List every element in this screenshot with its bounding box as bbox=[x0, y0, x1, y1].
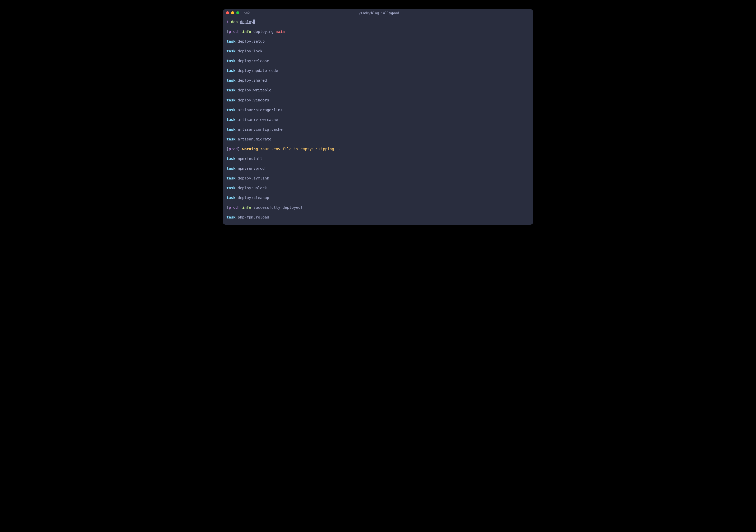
output-line: task deploy:cleanup bbox=[227, 196, 529, 200]
output-line: task artisan:view:cache bbox=[227, 117, 529, 122]
output-line: task artisan:storage:link bbox=[227, 108, 529, 113]
output-line: task deploy:shared bbox=[227, 78, 529, 83]
message-text: Your .env file is empty! Skipping... bbox=[260, 147, 341, 151]
task-name: deploy:setup bbox=[238, 39, 265, 43]
task-name: deploy:release bbox=[238, 59, 269, 63]
host-label: prod bbox=[229, 205, 238, 209]
output-line: task deploy:writable bbox=[227, 88, 529, 93]
output-line: task deploy:update_code bbox=[227, 68, 529, 73]
close-icon[interactable] bbox=[226, 11, 229, 14]
command-arg: deploy bbox=[240, 20, 253, 24]
output-line: task deploy:unlock bbox=[227, 186, 529, 191]
task-name: php-fpm:reload bbox=[238, 215, 269, 219]
task-keyword: task bbox=[227, 118, 235, 122]
task-keyword: task bbox=[227, 215, 235, 219]
task-keyword: task bbox=[227, 39, 235, 43]
task-keyword: task bbox=[227, 68, 235, 73]
task-keyword: task bbox=[227, 166, 235, 171]
host-label: prod bbox=[229, 30, 238, 34]
task-name: artisan:storage:link bbox=[238, 108, 283, 112]
bracket: [ bbox=[227, 30, 229, 34]
output-line: task deploy:release bbox=[227, 59, 529, 64]
output-line: task artisan:config:cache bbox=[227, 127, 529, 132]
prompt-caret: ❯ bbox=[227, 20, 229, 24]
titlebar: ⌥⌘2 ~/Code/blog-jollygood bbox=[223, 9, 533, 16]
output-line: task deploy:vendors bbox=[227, 98, 529, 103]
task-name: artisan:migrate bbox=[238, 137, 271, 141]
task-keyword: task bbox=[227, 137, 235, 141]
output-line: task npm:run:prod bbox=[227, 166, 529, 171]
cursor-icon bbox=[253, 19, 255, 24]
output-line: [prod] warning Your .env file is empty! … bbox=[227, 146, 529, 152]
zoom-icon[interactable] bbox=[236, 11, 239, 14]
task-keyword: task bbox=[227, 108, 235, 112]
level-label: info bbox=[242, 205, 251, 209]
output-line: task deploy:lock bbox=[227, 49, 529, 54]
tab-indicator: ⌥⌘2 bbox=[244, 11, 250, 14]
output-line: task php-fpm:reload bbox=[227, 215, 529, 220]
message-text: deploying bbox=[254, 30, 274, 34]
terminal-output: [prod] info deploying maintask deploy:se… bbox=[227, 29, 529, 220]
bracket: ] bbox=[238, 30, 240, 34]
prompt-line: ❯ dep deploy bbox=[227, 19, 529, 25]
bracket: ] bbox=[238, 205, 240, 209]
output-line: [prod] info deploying main bbox=[227, 29, 529, 35]
task-keyword: task bbox=[227, 78, 235, 82]
task-name: deploy:update_code bbox=[238, 68, 278, 73]
message-text: successfully deployed! bbox=[254, 205, 303, 209]
task-keyword: task bbox=[227, 186, 235, 190]
task-keyword: task bbox=[227, 196, 235, 200]
task-name: npm:run:prod bbox=[238, 166, 265, 171]
command: dep bbox=[231, 20, 237, 24]
task-name: deploy:lock bbox=[238, 49, 262, 53]
output-line: task deploy:setup bbox=[227, 39, 529, 44]
task-keyword: task bbox=[227, 49, 235, 53]
terminal-window: ⌥⌘2 ~/Code/blog-jollygood ❯ dep deploy [… bbox=[223, 9, 533, 225]
minimize-icon[interactable] bbox=[231, 11, 234, 14]
output-line: task npm:install bbox=[227, 156, 529, 162]
traffic-lights bbox=[226, 11, 239, 14]
task-name: deploy:writable bbox=[238, 88, 271, 92]
task-keyword: task bbox=[227, 176, 235, 180]
output-line: [prod] info successfully deployed! bbox=[227, 205, 529, 210]
terminal-body[interactable]: ❯ dep deploy [prod] info deploying maint… bbox=[223, 16, 533, 225]
task-name: artisan:view:cache bbox=[238, 118, 278, 122]
task-keyword: task bbox=[227, 98, 235, 102]
task-name: deploy:cleanup bbox=[238, 196, 269, 200]
task-name: deploy:unlock bbox=[238, 186, 267, 190]
task-keyword: task bbox=[227, 157, 235, 161]
output-line: task deploy:symlink bbox=[227, 176, 529, 181]
level-label: info bbox=[242, 30, 251, 34]
output-line: task artisan:migrate bbox=[227, 137, 529, 142]
host-label: prod bbox=[229, 147, 238, 151]
task-name: deploy:vendors bbox=[238, 98, 269, 102]
window-title: ~/Code/blog-jollygood bbox=[357, 11, 399, 15]
task-name: npm:install bbox=[238, 157, 262, 161]
task-keyword: task bbox=[227, 88, 235, 92]
bracket: [ bbox=[227, 147, 229, 151]
task-keyword: task bbox=[227, 59, 235, 63]
task-keyword: task bbox=[227, 127, 235, 131]
task-name: artisan:config:cache bbox=[238, 127, 283, 131]
level-label: warning bbox=[242, 147, 258, 151]
branch-label: main bbox=[276, 30, 285, 34]
bracket: [ bbox=[227, 205, 229, 209]
task-name: deploy:symlink bbox=[238, 176, 269, 180]
task-name: deploy:shared bbox=[238, 78, 267, 82]
bracket: ] bbox=[238, 147, 240, 151]
